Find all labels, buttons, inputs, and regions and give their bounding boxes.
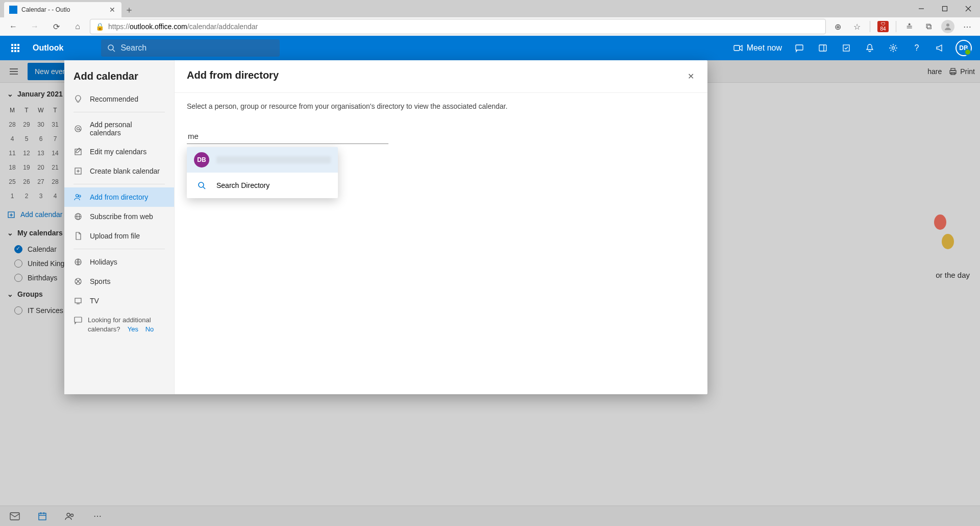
dow-cell: W [34, 103, 48, 117]
browser-menu-icon[interactable]: ⋯ [959, 19, 976, 34]
hamburger-button[interactable] [5, 63, 22, 80]
svg-rect-9 [819, 45, 826, 51]
modal-nav-recommended[interactable]: Recommended [64, 89, 174, 109]
date-cell[interactable]: 21 [48, 160, 62, 175]
settings-icon[interactable] [882, 37, 904, 59]
date-cell[interactable]: 19 [19, 160, 34, 175]
suggestion-person[interactable]: DB [187, 147, 338, 173]
date-cell[interactable]: 7 [48, 132, 62, 146]
new-tab-button[interactable]: ＋ [121, 2, 137, 17]
modal-nav-subscribe-from-web[interactable]: Subscribe from web [64, 207, 174, 226]
modal-nav-holidays[interactable]: Holidays [64, 252, 174, 272]
date-cell[interactable]: 1 [5, 189, 19, 203]
date-cell[interactable]: 12 [19, 146, 34, 160]
chat-icon[interactable] [788, 37, 811, 59]
favorite-star-icon[interactable]: ☆ [848, 19, 866, 34]
date-cell[interactable]: 5 [19, 132, 34, 146]
date-cell[interactable]: 20 [34, 160, 48, 175]
tips-icon[interactable] [835, 37, 857, 59]
date-cell[interactable]: 14 [48, 146, 62, 160]
help-icon[interactable]: ? [905, 37, 928, 59]
search-icon [194, 178, 209, 193]
more-modules-button[interactable]: ⋯ [89, 508, 106, 525]
chevron-down-icon: ⌄ [7, 90, 13, 98]
profile-button[interactable] [939, 19, 957, 34]
date-cell[interactable]: 27 [34, 175, 48, 189]
search-icon [107, 44, 115, 52]
modal-nav-sports[interactable]: Sports [64, 272, 174, 291]
svg-line-6 [113, 50, 115, 52]
svg-point-36 [76, 195, 79, 197]
calendar-checkbox[interactable] [14, 274, 22, 282]
nav-item-label: Create blank calendar [90, 167, 160, 175]
date-cell[interactable]: 28 [5, 117, 19, 132]
window-close-button[interactable] [957, 0, 980, 17]
video-icon [733, 44, 743, 52]
footer-yes-link[interactable]: Yes [128, 325, 138, 333]
share-button[interactable]: hare [927, 67, 942, 76]
account-avatar[interactable]: DB [952, 37, 975, 59]
window-maximize-button[interactable] [933, 0, 957, 17]
suggestion-search-directory[interactable]: Search Directory [187, 173, 338, 198]
date-cell[interactable]: 3 [34, 189, 48, 203]
people-module-button[interactable] [61, 508, 79, 525]
directory-search-input[interactable] [187, 129, 388, 144]
footer-no-link[interactable]: No [145, 325, 154, 333]
add-page-icon[interactable]: ⊕ [829, 19, 846, 34]
nav-back-button[interactable]: ← [4, 18, 22, 35]
mail-module-button[interactable] [6, 508, 23, 525]
favorites-list-icon[interactable]: ≛ [900, 19, 918, 34]
tab-close-icon[interactable]: ✕ [108, 6, 116, 14]
window-controls [910, 0, 980, 17]
modal-nav-tv[interactable]: TV [64, 291, 174, 310]
date-cell[interactable]: 6 [34, 132, 48, 146]
search-box[interactable]: Search [101, 39, 280, 57]
date-cell[interactable]: 28 [48, 175, 62, 189]
date-cell[interactable]: 18 [5, 160, 19, 175]
date-cell[interactable]: 30 [34, 117, 48, 132]
modal-close-button[interactable]: ✕ [683, 68, 698, 84]
date-cell[interactable]: 4 [5, 132, 19, 146]
outlook-header: Outlook Search Meet now ? DB [0, 36, 980, 60]
dow-cell: T [19, 103, 34, 117]
calendar-checkbox[interactable] [14, 245, 22, 253]
collections-icon[interactable]: ⧉ [920, 19, 937, 34]
megaphone-icon[interactable] [929, 37, 951, 59]
modal-content: ✕ Add from directory Select a person, gr… [175, 60, 707, 394]
nav-home-button[interactable]: ⌂ [68, 18, 87, 35]
nav-refresh-button[interactable]: ⟳ [47, 18, 65, 35]
calendar-label: Birthdays [28, 274, 57, 282]
extension-badge-icon[interactable]: 84 [874, 19, 892, 34]
date-cell[interactable]: 29 [19, 117, 34, 132]
calendar-module-button[interactable] [34, 508, 51, 525]
date-cell[interactable]: 11 [5, 146, 19, 160]
browser-tab[interactable]: Calendar - - Outlo ✕ [4, 2, 121, 17]
date-cell[interactable]: 31 [48, 117, 62, 132]
outlook-brand: Outlook [33, 43, 63, 53]
calendar-checkbox[interactable] [14, 306, 22, 315]
modal-nav: Add calendar RecommendedAdd personal cal… [64, 60, 175, 394]
modal-nav-edit-my-calendars[interactable]: Edit my calendars [64, 142, 174, 161]
modal-nav-add-personal-calendars[interactable]: Add personal calendars [64, 115, 174, 142]
modal-nav-upload-from-file[interactable]: Upload from file [64, 226, 174, 246]
date-cell[interactable]: 26 [19, 175, 34, 189]
divider [74, 184, 165, 184]
nav-forward-button[interactable]: → [26, 18, 44, 35]
modal-nav-add-from-directory[interactable]: Add from directory [64, 187, 174, 207]
window-minimize-button[interactable] [910, 0, 933, 17]
date-cell[interactable]: 4 [48, 189, 62, 203]
address-bar[interactable]: 🔒 https://outlook.office.com/calendar/ad… [90, 19, 826, 34]
chevron-down-icon: ⌄ [7, 290, 13, 298]
print-icon [949, 67, 957, 76]
calendar-checkbox[interactable] [14, 259, 22, 268]
meet-now-button[interactable]: Meet now [728, 43, 787, 53]
date-cell[interactable]: 25 [5, 175, 19, 189]
myday-icon[interactable] [812, 37, 834, 59]
lightbulb-icon [74, 94, 83, 104]
notifications-icon[interactable] [859, 37, 881, 59]
date-cell[interactable]: 2 [19, 189, 34, 203]
print-button[interactable]: Print [949, 67, 975, 76]
date-cell[interactable]: 13 [34, 146, 48, 160]
app-launcher-button[interactable] [5, 38, 26, 58]
modal-nav-create-blank-calendar[interactable]: Create blank calendar [64, 161, 174, 181]
